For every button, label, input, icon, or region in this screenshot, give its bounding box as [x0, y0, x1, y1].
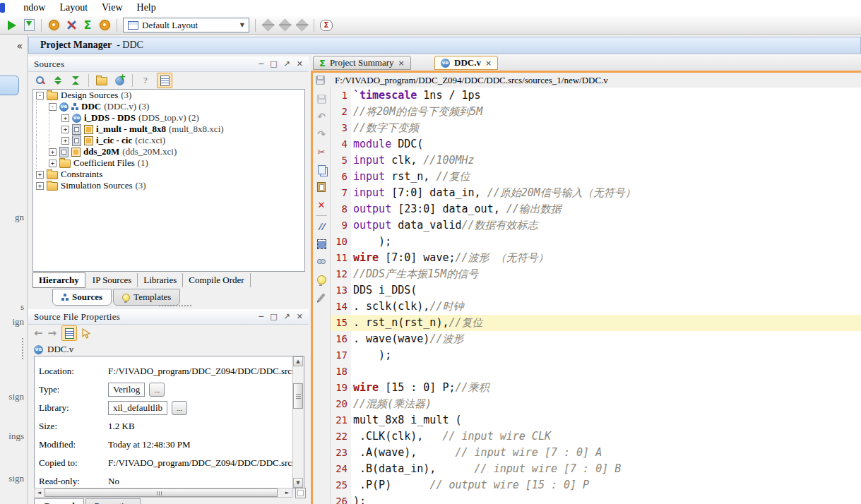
- code-line-1[interactable]: 1`timescale 1ns / 1ps: [331, 88, 861, 104]
- code-line-21[interactable]: 21mult_8x8 i_mult (: [331, 412, 861, 428]
- selected-file-row[interactable]: DDC.v: [28, 342, 309, 356]
- code-line-9[interactable]: 9output data_valid//数据有效标志: [331, 217, 861, 234]
- code-line-10[interactable]: 10 );: [331, 234, 861, 250]
- customize-gear-icon[interactable]: [98, 19, 111, 32]
- code-line-17[interactable]: 17 );: [331, 347, 861, 364]
- tree-item[interactable]: +i_cic - cic(cic.xci): [33, 135, 304, 146]
- close-icon[interactable]: ✕: [297, 312, 303, 321]
- tree-expander[interactable]: +: [36, 182, 44, 190]
- code-line-16[interactable]: 16. wave(wave)//波形: [331, 331, 861, 347]
- search-icon[interactable]: [34, 74, 47, 87]
- close-icon[interactable]: ✕: [297, 59, 303, 68]
- flow-navigator-selected-item[interactable]: [0, 76, 19, 95]
- tree-expander[interactable]: +: [61, 137, 69, 145]
- close-icon[interactable]: ×: [398, 59, 405, 68]
- tree-expander[interactable]: +: [61, 114, 69, 122]
- delete-icon[interactable]: ✕: [316, 199, 327, 210]
- code-line-7[interactable]: 7input [7:0] data_in, //原始20M信号输入（无符号）: [331, 185, 861, 201]
- feedback-bubble-icon[interactable]: Σ: [320, 19, 333, 32]
- scroll-right-icon[interactable]: ►: [283, 488, 292, 497]
- splitter-handle[interactable]: [22, 338, 23, 359]
- grayed-tool-icon[interactable]: [295, 19, 308, 32]
- save-file-icon[interactable]: [316, 76, 325, 85]
- tree-expander[interactable]: +: [49, 148, 57, 156]
- code-line-5[interactable]: 5input clk, //100MHz: [331, 152, 861, 169]
- highlight-pen-icon[interactable]: [316, 292, 327, 303]
- code-line-14[interactable]: 14. sclk(clk),//时钟: [331, 299, 861, 315]
- maximize-icon[interactable]: □: [270, 312, 277, 321]
- collapse-all-icon[interactable]: [69, 74, 82, 87]
- view-tab-compile-order[interactable]: Compile Order: [183, 273, 250, 287]
- help-icon[interactable]: ?: [139, 74, 152, 87]
- code-line-2[interactable]: 2//将20M的信号下变频到5M: [331, 104, 861, 120]
- expand-all-icon[interactable]: [52, 74, 64, 87]
- code-line-12[interactable]: 12//DDS产生本振15M的信号: [331, 266, 861, 282]
- code-line-18[interactable]: 18: [331, 364, 861, 380]
- bottom-tab-properties[interactable]: Properties: [85, 498, 141, 504]
- save-icon[interactable]: [316, 93, 327, 104]
- resize-corner[interactable]: [295, 488, 306, 498]
- tree-item[interactable]: -Design Sources(3): [33, 90, 304, 101]
- view-tab-ip-sources[interactable]: IP Sources: [87, 273, 138, 287]
- panel-tab-sources[interactable]: Sources: [52, 289, 112, 306]
- ellipsis-button[interactable]: ...: [172, 401, 187, 415]
- cut-icon[interactable]: ✂: [316, 146, 327, 157]
- code-line-8[interactable]: 8output [23:0] data_out, //输出数据: [331, 201, 861, 217]
- forward-icon[interactable]: →: [48, 327, 57, 340]
- horizontal-scrollbar[interactable]: ◄ ►: [34, 488, 292, 498]
- grayed-tool-icon[interactable]: [278, 19, 291, 32]
- code-line-3[interactable]: 3//数字下变频: [331, 120, 861, 136]
- menu-item-view[interactable]: View: [95, 0, 129, 13]
- scrollbar-thumb[interactable]: [44, 488, 278, 497]
- tree-item[interactable]: +Coefficient Files(1): [33, 157, 304, 169]
- edit-properties-icon[interactable]: [61, 325, 77, 341]
- indent-icon[interactable]: [316, 239, 327, 250]
- close-icon[interactable]: ×: [485, 59, 492, 68]
- property-value-field[interactable]: xil_defaultlib: [108, 401, 167, 415]
- scrollbar-thumb[interactable]: [293, 383, 303, 409]
- tree-expander[interactable]: +: [61, 126, 69, 133]
- menu-item-help[interactable]: Help: [130, 0, 163, 13]
- bottom-tab-general[interactable]: General: [34, 498, 84, 504]
- editor-tab-project-summary[interactable]: ΣProject Summary×: [313, 56, 411, 70]
- save-icon[interactable]: [23, 19, 35, 32]
- code-line-4[interactable]: 4module DDC(: [331, 136, 861, 152]
- scroll-to-selected-icon[interactable]: [157, 73, 172, 88]
- tree-item[interactable]: +i_mult - mult_8x8(mult_8x8.xci): [33, 124, 304, 135]
- scroll-down-icon[interactable]: ▼: [293, 478, 303, 488]
- toggle-comment-icon[interactable]: //: [316, 221, 327, 232]
- code-line-22[interactable]: 22 .CLK(clk), // input wire CLK: [331, 428, 861, 445]
- grayed-tool-icon[interactable]: [261, 19, 274, 32]
- menu-item-layout[interactable]: Layout: [52, 0, 95, 13]
- view-tab-hierarchy[interactable]: Hierarchy: [32, 272, 85, 288]
- language-template-icon[interactable]: [316, 274, 327, 285]
- float-icon[interactable]: ↗: [284, 59, 290, 68]
- code-line-15[interactable]: 15. rst_n(rst_n),//复位: [331, 315, 861, 331]
- vertical-scrollbar[interactable]: ▲ ▼: [292, 356, 304, 488]
- add-sources-icon[interactable]: [113, 74, 126, 87]
- tree-item[interactable]: +dds_20M(dds_20M.xci): [33, 146, 304, 157]
- code-line-19[interactable]: 19wire [15 : 0] P;//乘积: [331, 380, 861, 396]
- ellipsis-button[interactable]: ...: [149, 383, 165, 397]
- tree-expander[interactable]: -: [49, 103, 57, 111]
- property-value-field[interactable]: Verilog: [108, 383, 145, 397]
- code-line-11[interactable]: 11wire [7:0] wave;//波形 （无符号）: [331, 250, 861, 266]
- code-line-25[interactable]: 25 .P(P) // output wire [15 : 0] P: [331, 477, 861, 493]
- editor-tab-ddc-v[interactable]: DDC.v×: [434, 56, 498, 70]
- tree-item[interactable]: +Simulation Sources(3): [33, 180, 304, 191]
- scroll-left-icon[interactable]: ◄: [35, 488, 44, 497]
- collapse-panel-button[interactable]: «: [16, 40, 23, 52]
- splitter-handle[interactable]: [159, 305, 191, 306]
- code-line-26[interactable]: 26);: [331, 493, 861, 504]
- scroll-up-icon[interactable]: ▲: [293, 356, 303, 366]
- tools-icon[interactable]: [64, 19, 77, 32]
- minimize-icon[interactable]: ─: [259, 312, 264, 321]
- minimize-icon[interactable]: ─: [259, 59, 264, 68]
- select-pointer-icon[interactable]: [82, 328, 91, 339]
- code-area[interactable]: 1`timescale 1ns / 1ps2//将20M的信号下变频到5M3//…: [331, 88, 861, 504]
- find-in-file-icon[interactable]: [316, 256, 327, 268]
- panel-tab-templates[interactable]: Templates: [113, 289, 180, 306]
- run-icon[interactable]: [6, 19, 18, 32]
- tree-item[interactable]: -DDC(DDC.v) (3): [33, 101, 304, 112]
- maximize-icon[interactable]: □: [270, 59, 277, 68]
